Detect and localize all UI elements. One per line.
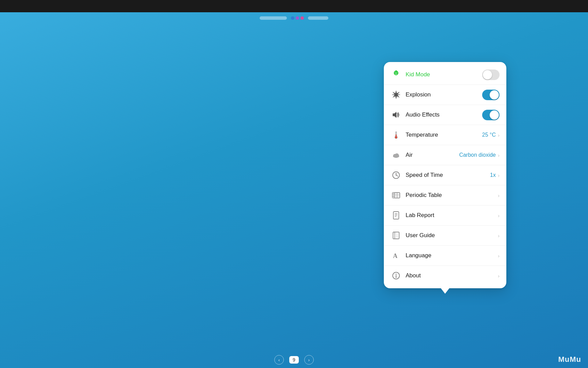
temperature-chevron: › bbox=[498, 132, 500, 138]
speed-of-time-value: 1x bbox=[490, 172, 496, 178]
menu-item-audio-effects[interactable]: Audio Effects bbox=[384, 105, 506, 125]
svg-rect-27 bbox=[392, 196, 395, 198]
svg-rect-36 bbox=[393, 232, 399, 239]
menu-item-explosion[interactable]: Explosion bbox=[384, 85, 506, 105]
audio-effects-label: Audio Effects bbox=[406, 111, 482, 118]
dot-pink bbox=[300, 16, 304, 20]
kid-icon bbox=[391, 69, 402, 80]
svg-point-13 bbox=[395, 136, 397, 138]
about-label: About bbox=[406, 272, 497, 279]
mumu-logo: MuMu bbox=[558, 355, 581, 364]
lab-report-chevron: › bbox=[498, 213, 500, 218]
document-icon bbox=[391, 210, 402, 221]
language-icon: A bbox=[391, 250, 402, 261]
temperature-label: Temperature bbox=[406, 132, 482, 138]
top-bar bbox=[0, 0, 588, 12]
menu-item-about[interactable]: About › bbox=[384, 266, 506, 286]
menu-item-lab-report[interactable]: Lab Report › bbox=[384, 205, 506, 226]
svg-point-19 bbox=[395, 154, 399, 156]
menu-item-user-guide[interactable]: User Guide › bbox=[384, 226, 506, 246]
explosion-label: Explosion bbox=[406, 91, 482, 98]
book-icon bbox=[391, 230, 402, 241]
air-chevron: › bbox=[498, 152, 500, 158]
menu-item-temperature[interactable]: Temperature 25 °C › bbox=[384, 125, 506, 145]
top-pill-left bbox=[260, 16, 287, 20]
svg-point-6 bbox=[396, 73, 397, 73]
table-icon bbox=[391, 190, 402, 201]
thermometer-icon bbox=[391, 129, 402, 140]
explosion-icon bbox=[391, 89, 402, 100]
svg-marker-7 bbox=[392, 91, 400, 99]
menu-item-periodic-table[interactable]: Periodic Table › bbox=[384, 185, 506, 205]
svg-rect-32 bbox=[393, 212, 399, 219]
top-dots bbox=[291, 16, 304, 20]
kid-mode-label: Kid Mode bbox=[406, 71, 482, 78]
svg-rect-12 bbox=[396, 135, 397, 136]
top-controls bbox=[260, 16, 328, 20]
speed-of-time-label: Speed of Time bbox=[406, 172, 490, 179]
bottom-bar: MuMu bbox=[0, 351, 588, 368]
svg-point-4 bbox=[394, 72, 398, 75]
language-chevron: › bbox=[498, 253, 500, 259]
lab-report-label: Lab Report bbox=[406, 212, 497, 219]
svg-rect-26 bbox=[392, 194, 395, 196]
info-icon bbox=[391, 270, 402, 281]
svg-point-5 bbox=[395, 73, 396, 73]
speed-of-time-chevron: › bbox=[498, 172, 500, 178]
about-chevron: › bbox=[498, 273, 500, 279]
audio-icon bbox=[391, 109, 402, 120]
language-label: Language bbox=[406, 252, 497, 259]
kid-mode-toggle[interactable] bbox=[482, 70, 500, 80]
menu-item-air[interactable]: Air Carbon dioxide › bbox=[384, 145, 506, 165]
svg-point-43 bbox=[396, 274, 397, 275]
menu-item-language[interactable]: A Language › bbox=[384, 246, 506, 266]
cloud-icon bbox=[391, 150, 402, 160]
svg-point-23 bbox=[396, 175, 397, 176]
svg-rect-25 bbox=[392, 193, 395, 194]
settings-menu: Kid Mode Explosion Audio Effects bbox=[384, 62, 506, 288]
periodic-table-label: Periodic Table bbox=[406, 192, 497, 199]
air-label: Air bbox=[406, 152, 459, 158]
temperature-value: 25 °C bbox=[482, 132, 496, 138]
clock-icon bbox=[391, 170, 402, 181]
dot-blue bbox=[291, 16, 294, 20]
user-guide-chevron: › bbox=[498, 233, 500, 239]
explosion-toggle[interactable] bbox=[482, 90, 500, 100]
user-guide-label: User Guide bbox=[406, 232, 497, 239]
menu-item-speed-of-time[interactable]: Speed of Time 1x › bbox=[384, 165, 506, 185]
audio-effects-toggle[interactable] bbox=[482, 110, 500, 120]
periodic-table-chevron: › bbox=[498, 193, 500, 198]
top-pill-right bbox=[308, 16, 328, 20]
dot-purple bbox=[296, 16, 299, 20]
air-value: Carbon dioxide bbox=[459, 152, 496, 158]
menu-item-kid-mode[interactable]: Kid Mode bbox=[384, 65, 506, 85]
svg-marker-8 bbox=[393, 112, 396, 118]
svg-text:A: A bbox=[393, 252, 397, 259]
